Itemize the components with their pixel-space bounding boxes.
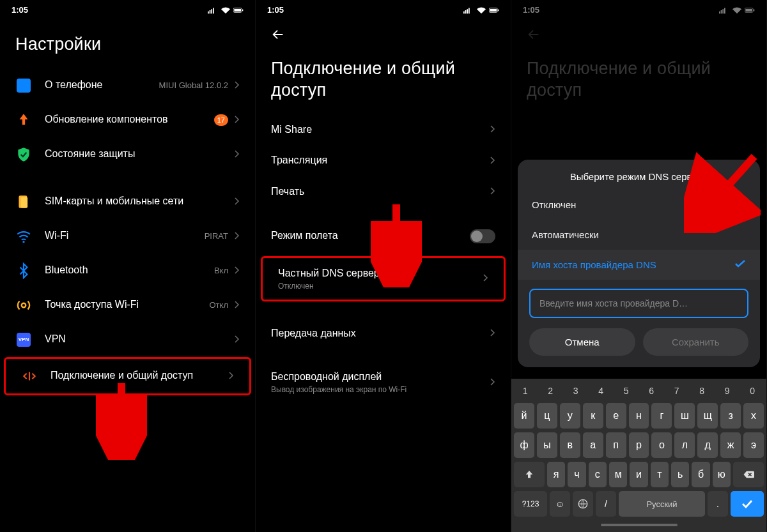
key-period[interactable]: . bbox=[708, 491, 728, 517]
svg-point-9 bbox=[22, 241, 24, 243]
key[interactable]: к bbox=[583, 403, 603, 429]
row-print[interactable]: Печать bbox=[256, 176, 511, 208]
chevron-right-icon bbox=[235, 80, 240, 91]
key-enter[interactable] bbox=[731, 491, 764, 517]
key[interactable]: р bbox=[629, 432, 649, 458]
key[interactable]: о bbox=[651, 432, 672, 458]
status-bar: 1:05 bbox=[256, 0, 511, 17]
key[interactable]: м bbox=[609, 462, 627, 487]
key[interactable]: е bbox=[606, 403, 626, 429]
chevron-right-icon bbox=[235, 196, 240, 208]
row-wifi[interactable]: Wi-Fi PIRAT bbox=[0, 219, 255, 254]
key[interactable]: в bbox=[560, 432, 580, 458]
key[interactable]: й bbox=[514, 403, 534, 429]
key[interactable]: п bbox=[606, 432, 626, 458]
chevron-right-icon bbox=[235, 265, 240, 277]
key-slash[interactable]: / bbox=[596, 491, 616, 517]
row-private-dns[interactable]: Частный DNS сервер Отключен bbox=[261, 256, 506, 301]
key[interactable]: д bbox=[697, 432, 718, 458]
status-time: 1:05 bbox=[267, 5, 284, 15]
row-wireless-display[interactable]: Беспроводной дисплей Вывод изображения н… bbox=[256, 361, 511, 403]
vpn-icon: VPN bbox=[15, 331, 32, 348]
key[interactable]: т bbox=[651, 462, 669, 487]
save-button[interactable]: Сохранить bbox=[643, 328, 749, 356]
row-bluetooth[interactable]: Bluetooth Вкл bbox=[0, 254, 255, 288]
row-about-phone[interactable]: О телефоне MIUI Global 12.0.2 bbox=[0, 68, 255, 103]
key[interactable]: х bbox=[743, 403, 764, 429]
key-2[interactable]: 2 bbox=[539, 383, 562, 399]
page-title: Настройки bbox=[15, 34, 240, 56]
option-hostname[interactable]: Имя хоста провайдера DNS bbox=[518, 250, 760, 280]
option-auto[interactable]: Автоматически bbox=[518, 220, 760, 250]
key-shift[interactable] bbox=[514, 462, 545, 487]
row-data-usage[interactable]: Передача данных bbox=[256, 318, 511, 349]
key-8[interactable]: 8 bbox=[691, 383, 714, 399]
svg-rect-17 bbox=[498, 9, 499, 11]
hotspot-icon bbox=[15, 297, 32, 314]
svg-rect-2 bbox=[211, 9, 212, 13]
key[interactable]: и bbox=[630, 462, 647, 487]
key-7[interactable]: 7 bbox=[665, 383, 688, 399]
chevron-right-icon bbox=[235, 149, 240, 160]
key[interactable]: ж bbox=[720, 432, 741, 458]
key[interactable]: ц bbox=[537, 403, 557, 429]
keyboard-number-row: 1 2 3 4 5 6 7 8 9 0 bbox=[514, 383, 764, 399]
row-hotspot[interactable]: Точка доступа Wi-Fi Откл bbox=[0, 288, 255, 323]
key[interactable]: ч bbox=[568, 462, 585, 487]
key-symbols[interactable]: ?123 bbox=[514, 491, 547, 517]
key-emoji[interactable]: ☺ bbox=[550, 491, 570, 517]
key[interactable]: я bbox=[547, 462, 565, 487]
svg-point-10 bbox=[22, 303, 26, 308]
back-button[interactable] bbox=[271, 22, 285, 47]
key[interactable]: с bbox=[589, 462, 607, 487]
key-language[interactable] bbox=[573, 491, 593, 517]
dns-mode-dialog: Выберите режим DNS сервера Отключен Авто… bbox=[518, 160, 760, 367]
key-3[interactable]: 3 bbox=[564, 383, 587, 399]
chevron-right-icon bbox=[490, 155, 495, 167]
row-cast[interactable]: Трансляция bbox=[256, 145, 511, 176]
row-security-status[interactable]: Состояние защиты bbox=[0, 137, 255, 172]
key[interactable]: ы bbox=[537, 432, 557, 458]
row-vpn[interactable]: VPN VPN bbox=[0, 323, 255, 357]
sim-icon bbox=[15, 194, 32, 210]
key[interactable]: щ bbox=[697, 403, 718, 429]
phone-screen-settings: 1:05 Настройки О телефоне MIUI Global 12… bbox=[0, 0, 256, 532]
key[interactable]: г bbox=[651, 403, 672, 429]
key[interactable]: ю bbox=[713, 462, 731, 487]
key-4[interactable]: 4 bbox=[590, 383, 613, 399]
row-mi-share[interactable]: Mi Share bbox=[256, 114, 511, 146]
key[interactable]: у bbox=[560, 403, 580, 429]
key[interactable]: б bbox=[692, 462, 709, 487]
row-airplane-mode[interactable]: Режим полета bbox=[256, 220, 511, 252]
chevron-right-icon bbox=[490, 186, 495, 197]
keyboard-row-3: я ч с м и т ь б ю bbox=[514, 462, 764, 487]
key[interactable]: э bbox=[743, 432, 764, 458]
key-9[interactable]: 9 bbox=[716, 383, 739, 399]
svg-rect-16 bbox=[490, 9, 497, 11]
key-0[interactable]: 0 bbox=[741, 383, 764, 399]
dns-hostname-input[interactable] bbox=[529, 289, 748, 318]
key-6[interactable]: 6 bbox=[640, 383, 663, 399]
key[interactable]: ф bbox=[514, 432, 534, 458]
option-off[interactable]: Отключен bbox=[518, 190, 760, 220]
key[interactable]: н bbox=[629, 403, 649, 429]
key[interactable]: л bbox=[674, 432, 695, 458]
row-component-update[interactable]: Обновление компонентов 17 bbox=[0, 103, 255, 137]
key-1[interactable]: 1 bbox=[514, 383, 537, 399]
key-backspace[interactable] bbox=[733, 462, 764, 487]
key[interactable]: ь bbox=[671, 462, 689, 487]
status-icons bbox=[208, 6, 244, 14]
cancel-button[interactable]: Отмена bbox=[529, 328, 635, 356]
keyboard-row-4: ?123 ☺ / Русский . bbox=[514, 491, 764, 517]
key[interactable]: а bbox=[583, 432, 603, 458]
key[interactable]: з bbox=[720, 403, 741, 429]
key[interactable]: ш bbox=[674, 403, 695, 429]
check-icon bbox=[734, 259, 746, 270]
row-sim-cards[interactable]: SIM-карты и мобильные сети bbox=[0, 185, 255, 219]
connection-icon bbox=[21, 368, 38, 384]
key-5[interactable]: 5 bbox=[615, 383, 638, 399]
airplane-toggle[interactable] bbox=[470, 229, 495, 243]
row-connection-sharing[interactable]: Подключение и общий доступ bbox=[4, 357, 251, 395]
key-space[interactable]: Русский bbox=[619, 491, 705, 517]
svg-rect-1 bbox=[210, 10, 211, 13]
